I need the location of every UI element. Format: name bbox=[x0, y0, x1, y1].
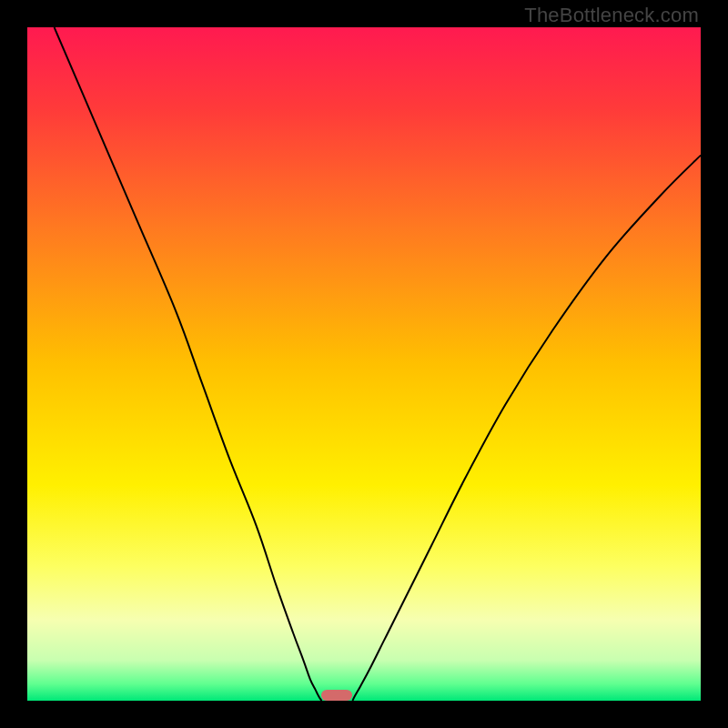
curve-left-branch bbox=[55, 27, 322, 701]
bottleneck-marker bbox=[321, 690, 352, 701]
watermark-text: TheBottleneck.com bbox=[524, 4, 699, 27]
chart-frame bbox=[27, 27, 701, 701]
bottleneck-curve bbox=[27, 27, 701, 701]
curve-right-branch bbox=[352, 156, 701, 701]
plot-area bbox=[27, 27, 701, 701]
